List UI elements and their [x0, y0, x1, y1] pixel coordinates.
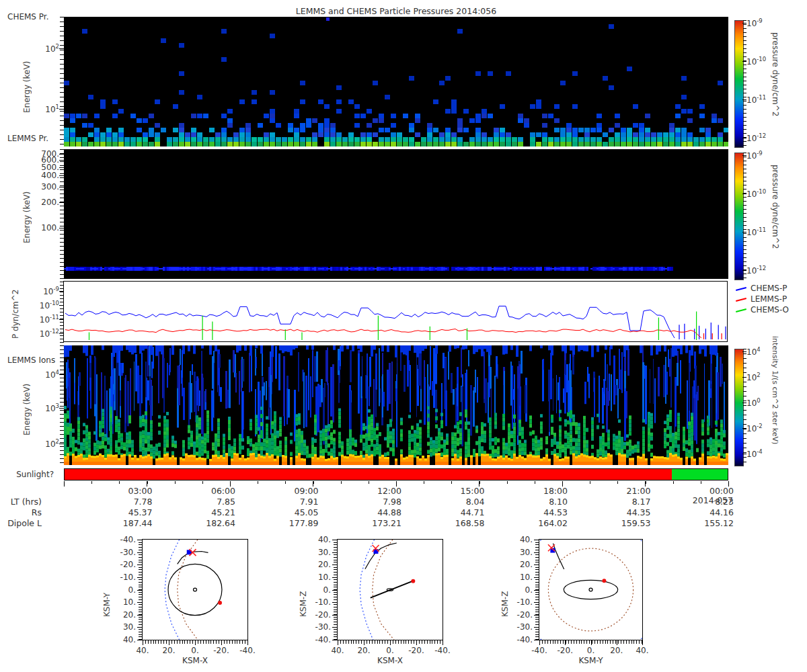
tick-mark [742, 403, 746, 403]
orbit-ytick: 30. [507, 548, 533, 557]
tick-mark [59, 48, 64, 49]
tick-mark [137, 564, 143, 565]
orbit-xtick: -20. [207, 646, 235, 655]
orbit-xtick: 40. [128, 646, 157, 655]
tick-mark [332, 602, 338, 603]
ephemeris-value: 44.53 [521, 507, 568, 517]
orbit-ytick: -30. [507, 622, 533, 632]
tick-label: 400. [30, 171, 59, 180]
orbit-ytick: 10. [110, 597, 136, 607]
orbit-ytick: -10. [305, 597, 331, 607]
figure-title: LEMMS and CHEMS Particle Pressures 2014:… [64, 6, 728, 16]
tick-mark [59, 154, 64, 155]
pressure-colorbar-label-top: pressure dyne/cm^2 [771, 32, 780, 134]
tick-mark [332, 552, 338, 553]
tick-mark [539, 640, 540, 645]
tick-mark [59, 291, 64, 292]
tick-label: 101 [30, 103, 59, 114]
tick-label: 10-11 [27, 314, 59, 325]
ephemeris-value: 45.37 [106, 507, 153, 517]
tick-mark [742, 270, 746, 271]
orbit2-xlabel: KSM-Y [539, 656, 642, 665]
orbit-ytick: 20. [305, 560, 331, 569]
orbit-xtick: -40. [233, 646, 262, 655]
ephemeris-value: 177.89 [272, 518, 319, 528]
ephemeris-value: 173.21 [354, 518, 401, 528]
time-tick: 15:00 [438, 486, 485, 496]
orbit-ytick: 20. [507, 560, 533, 569]
orbit-xtick: -40. [428, 646, 457, 655]
tick-label: 10-9 [27, 286, 59, 296]
ephemeris-value: 168.58 [438, 518, 485, 528]
tick-mark [221, 640, 222, 645]
tick-mark [137, 602, 143, 603]
ephemeris-value: 155.12 [687, 518, 734, 528]
tick-mark [59, 175, 64, 176]
ephemeris-value: 7.85 [188, 497, 235, 507]
tick-mark [59, 187, 64, 187]
tick-mark [416, 640, 417, 645]
orbit-ytick: 40. [507, 535, 533, 544]
orbit-ytick: -30. [110, 548, 136, 557]
tick-mark [534, 552, 539, 553]
tick-mark [591, 640, 592, 645]
lemms-chems-pressure-figure: LEMMS and CHEMS Particle Pressures 2014:… [0, 0, 807, 672]
time-tick: 21:00 [604, 486, 651, 496]
tick-mark [534, 540, 539, 540]
tick-label: 10-12 [746, 265, 777, 276]
tick-mark [534, 590, 539, 591]
tick-label: 103 [30, 403, 59, 413]
legend-line-chems-o [736, 308, 746, 312]
orbit-ytick: 30. [305, 548, 331, 557]
tick-label: 10-11 [746, 226, 777, 237]
tick-mark [137, 540, 143, 540]
tick-mark [59, 228, 64, 228]
minor-ticks [743, 153, 746, 279]
tick-mark [332, 577, 338, 578]
tick-label: 102 [30, 438, 59, 449]
tick-label: 10-9 [746, 17, 777, 28]
orbit-ytick: 20. [110, 610, 136, 620]
ephemeris-value: 44.16 [687, 507, 734, 517]
time-tick: 12:00 [354, 486, 401, 496]
tick-label: 10-4 [746, 448, 777, 459]
tick-label: 10-12 [27, 328, 59, 339]
tick-mark [59, 167, 64, 168]
tick-mark [332, 640, 338, 640]
tick-label: 200. [30, 198, 59, 207]
lemms-ion-spectrogram [64, 345, 728, 465]
orbit-xtick: 0. [181, 646, 209, 655]
tick-mark [195, 640, 196, 645]
ephemeris-value: 159.53 [604, 518, 651, 528]
tick-mark [742, 351, 746, 352]
ephemeris-value: 8.10 [521, 497, 568, 507]
tick-label: 10-11 [746, 94, 777, 105]
ephemeris-value: 45.05 [272, 507, 319, 517]
orbit-xtick: 20. [603, 646, 631, 655]
panel-label-lemms-ions: LEMMS Ions [7, 355, 55, 365]
tick-mark [59, 109, 64, 110]
orbit-xtick: -20. [402, 646, 430, 655]
orbit-plot-ksmy-ksmz [539, 539, 643, 640]
legend-chems-p: CHEMS-P [751, 284, 787, 293]
panel-label-chems-pr: CHEMS Pr. [7, 12, 48, 22]
tick-label: 10-2 [746, 423, 777, 433]
orbit-xtick: -40. [525, 646, 553, 655]
tick-mark [742, 454, 746, 454]
tick-label: 102 [746, 372, 777, 382]
legend-line-lemms-p [736, 298, 746, 302]
tick-label: 300. [30, 182, 59, 192]
row-label-dipole-l: Dipole L [0, 518, 42, 528]
tick-label: 10-9 [746, 150, 777, 161]
orbit-ytick: -10. [507, 597, 533, 607]
tick-mark [59, 333, 64, 334]
tick-label: 10-12 [746, 132, 777, 143]
time-tick: 03:00 [106, 486, 153, 496]
orbit-ytick: -20. [305, 610, 331, 620]
tick-mark [332, 615, 338, 616]
tick-mark [137, 640, 143, 640]
legend-line-chems-p [736, 287, 746, 291]
tick-mark [137, 577, 143, 578]
orbit-xtick: 20. [155, 646, 183, 655]
tick-mark [617, 640, 617, 645]
